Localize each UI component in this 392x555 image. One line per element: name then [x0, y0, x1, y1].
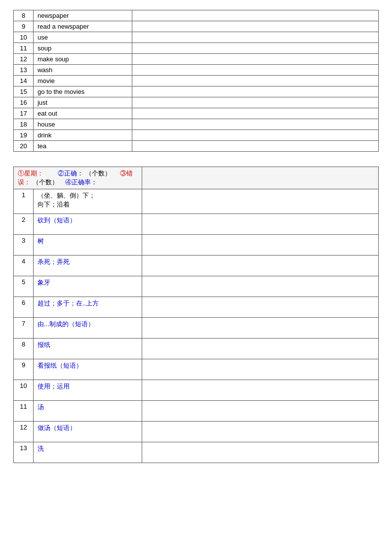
row-number: 7 [14, 318, 34, 339]
row-number: 8 [14, 339, 34, 359]
word-cell: wash [33, 65, 132, 76]
answer-cell[interactable] [132, 10, 378, 21]
row-number: 10 [14, 380, 34, 401]
answer-cell[interactable] [132, 65, 378, 76]
chinese-meaning-cell: 洗 [33, 442, 142, 463]
word-cell: movie [33, 76, 132, 86]
answer-cell[interactable] [132, 76, 378, 86]
row-number: 11 [14, 401, 34, 422]
answer-cell[interactable] [142, 339, 378, 359]
row-number: 12 [14, 54, 34, 65]
bottom-review-table: ①星期： ②正确： （个数） ③错误： （个数） ④正确率： 1 （坐、躺、倒）… [13, 167, 379, 463]
row-number: 9 [14, 359, 34, 380]
row-number: 11 [14, 43, 34, 54]
header-label-1: ①星期： [18, 170, 43, 177]
answer-cell[interactable] [142, 380, 378, 401]
header-cell: ①星期： ②正确： （个数） ③错误： （个数） ④正确率： [14, 167, 142, 189]
answer-cell[interactable] [132, 43, 378, 54]
chinese-meaning-cell: 超过；多于；在..上方 [33, 297, 142, 318]
row-number: 6 [14, 297, 34, 318]
table-row: 8 newspaper [14, 10, 379, 21]
row-number: 13 [14, 442, 34, 463]
answer-cell[interactable] [132, 141, 378, 152]
list-item: 4 杀死；弄死 [14, 256, 379, 276]
word-cell: make soup [33, 54, 132, 65]
word-cell: house [33, 119, 132, 130]
answer-cell[interactable] [132, 97, 378, 108]
table-row: 17 eat out [14, 108, 379, 119]
list-item: 9 看报纸（短语） [14, 359, 379, 380]
chinese-meaning-cell: 象牙 [33, 276, 142, 297]
list-item: 5 象牙 [14, 276, 379, 297]
chinese-meaning-cell: 汤 [33, 401, 142, 422]
list-item: 1 （坐、躺、倒）下；向下；沿着 [14, 189, 379, 214]
chinese-meaning-cell: 看报纸（短语） [33, 359, 142, 380]
table-row: 10 use [14, 32, 379, 43]
word-cell: tea [33, 141, 132, 152]
answer-cell[interactable] [142, 256, 378, 276]
answer-cell[interactable] [132, 108, 378, 119]
header-empty-cell[interactable] [142, 167, 378, 189]
answer-cell[interactable] [132, 130, 378, 141]
list-item: 7 由...制成的（短语） [14, 318, 379, 339]
answer-cell[interactable] [142, 401, 378, 422]
word-cell: read a newspaper [33, 21, 132, 32]
list-item: 10 使用；运用 [14, 380, 379, 401]
answer-cell[interactable] [142, 359, 378, 380]
answer-cell[interactable] [132, 21, 378, 32]
table-row: 9 read a newspaper [14, 21, 379, 32]
row-number: 5 [14, 276, 34, 297]
table-row: 20 tea [14, 141, 379, 152]
top-vocabulary-table: 8 newspaper 9 read a newspaper 10 use 11… [13, 10, 379, 152]
answer-cell[interactable] [132, 32, 378, 43]
row-number: 14 [14, 76, 34, 86]
row-number: 13 [14, 65, 34, 76]
answer-cell[interactable] [132, 54, 378, 65]
row-number: 1 [14, 189, 34, 214]
answer-cell[interactable] [132, 86, 378, 97]
answer-cell[interactable] [132, 119, 378, 130]
word-cell: newspaper [33, 10, 132, 21]
answer-cell[interactable] [142, 276, 378, 297]
chinese-meaning-cell: 做汤（短语） [33, 422, 142, 442]
row-number: 2 [14, 214, 34, 235]
word-cell: eat out [33, 108, 132, 119]
word-cell: just [33, 97, 132, 108]
word-cell: use [33, 32, 132, 43]
answer-cell[interactable] [142, 189, 378, 214]
table-row: 12 make soup [14, 54, 379, 65]
list-item: 11 汤 [14, 401, 379, 422]
word-cell: drink [33, 130, 132, 141]
chinese-meaning-cell: （坐、躺、倒）下；向下；沿着 [33, 189, 142, 214]
table-row: 15 go to the movies [14, 86, 379, 97]
table-row: 16 just [14, 97, 379, 108]
table-row: 18 house [14, 119, 379, 130]
row-number: 20 [14, 141, 34, 152]
table-row: 14 movie [14, 76, 379, 86]
row-number: 10 [14, 32, 34, 43]
header-label-2: ②正确： [58, 170, 83, 177]
answer-cell[interactable] [142, 318, 378, 339]
chinese-meaning-cell: 杀死；弄死 [33, 256, 142, 276]
table-row: 11 soup [14, 43, 379, 54]
answer-cell[interactable] [142, 442, 378, 463]
word-cell: go to the movies [33, 86, 132, 97]
header-paren-3: （个数） [33, 178, 58, 186]
answer-cell[interactable] [142, 297, 378, 318]
row-number: 19 [14, 130, 34, 141]
list-item: 8 报纸 [14, 339, 379, 359]
answer-cell[interactable] [142, 235, 378, 256]
table-row: 19 drink [14, 130, 379, 141]
row-number: 12 [14, 422, 34, 442]
chinese-meaning-cell: 报纸 [33, 339, 142, 359]
answer-cell[interactable] [142, 214, 378, 235]
row-number: 15 [14, 86, 34, 97]
row-number: 3 [14, 235, 34, 256]
list-item: 3 树 [14, 235, 379, 256]
answer-cell[interactable] [142, 422, 378, 442]
list-item: 12 做汤（短语） [14, 422, 379, 442]
row-number: 4 [14, 256, 34, 276]
header-label-4: ④正确率： [65, 178, 97, 186]
chinese-meaning-cell: 砍到（短语） [33, 214, 142, 235]
row-number: 17 [14, 108, 34, 119]
